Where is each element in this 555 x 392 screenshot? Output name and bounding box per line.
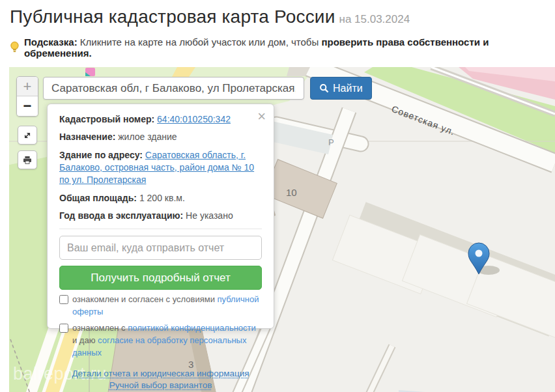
printer-icon xyxy=(21,154,33,166)
privacy-consent-checkbox[interactable] xyxy=(59,324,68,333)
zoom-out-button[interactable]: − xyxy=(17,96,38,116)
address-row: Здание по адресу: Саратовская область, г… xyxy=(59,149,262,187)
parcel-info-popup: × Кадастровый номер: 64:40:010250:342 На… xyxy=(47,104,274,329)
map-canvas[interactable]: Советская ул. Р 10 3 1 balreport.ru + − xyxy=(9,67,555,392)
expand-icon xyxy=(21,130,33,141)
zoom-in-button[interactable]: + xyxy=(17,77,38,96)
privacy-policy-link[interactable]: политикой конфиденциальности xyxy=(128,323,256,333)
lightbulb-icon xyxy=(10,41,20,54)
fullscreen-button[interactable] xyxy=(18,126,37,145)
find-button-label: Найти xyxy=(333,83,363,94)
page-date: на 15.03.2024 xyxy=(339,13,410,25)
search-bar: Найти xyxy=(43,77,372,100)
parking-label: Р xyxy=(328,137,334,147)
privacy-consent-row: ознакомлен с политикой конфиденциальност… xyxy=(59,322,262,359)
area-row: Общая площадь: 1 200 кв.м. xyxy=(59,192,262,204)
search-input[interactable] xyxy=(43,77,304,100)
year-row: Год ввода в эксплуатацию: Не указано xyxy=(59,210,262,222)
email-field[interactable] xyxy=(59,236,262,260)
print-button[interactable] xyxy=(18,150,37,169)
hint-line: Подсказка: Кликните на карте на любой уч… xyxy=(10,36,555,59)
report-details-link[interactable]: Детали отчета и юридическая информация xyxy=(72,369,249,378)
close-icon[interactable]: × xyxy=(257,109,266,124)
offer-consent-checkbox[interactable] xyxy=(59,295,68,304)
purpose-row: Назначение: жилое здание xyxy=(59,131,262,143)
offer-consent-row: ознакомлен и согласен с условиями публич… xyxy=(59,294,262,318)
page-title: Публичная кадастровая карта России xyxy=(10,7,335,27)
hint-text: Подсказка: Кликните на карте на любой уч… xyxy=(24,36,555,59)
search-icon xyxy=(319,83,329,93)
house-10-label: 10 xyxy=(286,187,297,198)
get-report-button[interactable]: Получить подробный отчет xyxy=(59,266,262,290)
manual-select-link[interactable]: Ручной выбор вариантов xyxy=(109,380,212,390)
popup-footer-links: Детали отчета и юридическая информация Р… xyxy=(59,367,262,390)
cadastral-number-link[interactable]: 64:40:010250:342 xyxy=(157,114,231,124)
personal-data-link[interactable]: согласие на обработку персональных данны… xyxy=(72,335,246,357)
page-header: Публичная кадастровая карта Россиина 15.… xyxy=(0,0,555,27)
cadastral-number-row: Кадастровый номер: 64:40:010250:342 xyxy=(59,113,262,126)
find-button[interactable]: Найти xyxy=(310,77,372,100)
zoom-control: + − xyxy=(16,76,38,117)
popup-divider xyxy=(59,229,262,229)
